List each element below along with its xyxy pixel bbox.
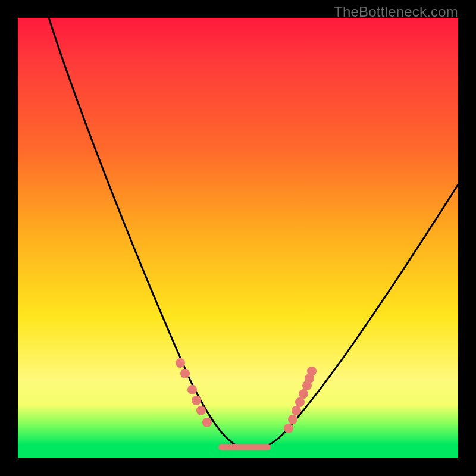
chart-frame: TheBottleneck.com (0, 0, 476, 476)
svg-point-0 (176, 358, 185, 368)
bottleneck-curve (49, 18, 458, 449)
svg-point-10 (299, 389, 308, 399)
curve-svg (18, 18, 458, 458)
svg-point-13 (307, 367, 317, 376)
svg-point-3 (192, 396, 201, 405)
svg-point-9 (295, 397, 305, 407)
svg-point-8 (292, 406, 301, 415)
svg-point-7 (288, 415, 298, 424)
plot-area (18, 18, 458, 458)
left-marker-cluster (176, 358, 212, 427)
svg-point-1 (180, 369, 190, 378)
svg-point-6 (284, 424, 293, 433)
svg-point-2 (187, 385, 197, 394)
svg-point-5 (202, 418, 212, 427)
svg-point-4 (196, 406, 206, 415)
